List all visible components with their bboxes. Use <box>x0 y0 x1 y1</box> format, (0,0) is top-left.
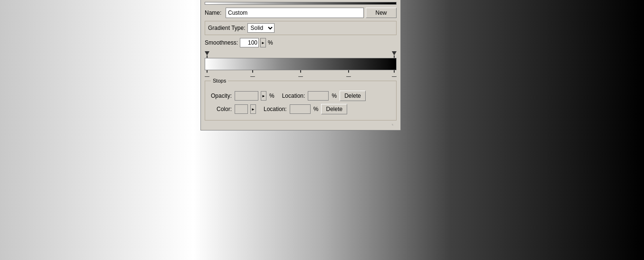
color-stepper[interactable]: ► <box>250 104 256 114</box>
opacity-stops-row <box>205 50 397 58</box>
opacity-stepper[interactable]: ► <box>261 91 266 101</box>
opacity-percent: % <box>269 93 275 99</box>
color-location-label: Location: <box>264 106 287 112</box>
smoothness-input[interactable] <box>240 38 259 47</box>
color-delete-button[interactable]: Delete <box>321 104 347 114</box>
opacity-location-percent: % <box>331 93 337 99</box>
opacity-location-input[interactable] <box>308 91 329 101</box>
opacity-location-label: Location: <box>282 93 305 99</box>
color-swatch[interactable] <box>235 104 248 114</box>
opacity-value-input[interactable] <box>235 91 258 101</box>
gradient-bar-area <box>205 50 397 79</box>
stops-legend: Stops <box>211 78 228 84</box>
smoothness-stepper[interactable]: ► <box>260 38 266 47</box>
gradient-bar[interactable] <box>205 58 397 70</box>
new-button[interactable]: New <box>366 8 397 18</box>
opacity-stop-right[interactable] <box>392 51 397 58</box>
name-input[interactable] <box>226 8 364 18</box>
stops-section: Stops Opacity: ► % Location: % Delete Co… <box>205 81 397 121</box>
resize-handle[interactable]: ⌞ <box>392 121 396 125</box>
color-label: Color: <box>209 106 232 112</box>
opacity-delete-button[interactable]: Delete <box>340 91 366 101</box>
gradient-type-select[interactable]: Solid Noise <box>247 23 275 33</box>
color-location-percent: % <box>313 106 319 112</box>
color-stop-100[interactable] <box>392 70 397 77</box>
opacity-row: Opacity: ► % Location: % Delete <box>209 91 392 101</box>
opacity-label: Opacity: <box>209 93 232 99</box>
color-stops-row <box>205 70 397 79</box>
smoothness-row: Smoothness: ► % <box>205 38 397 47</box>
dialog-footer: ⌞ <box>205 121 397 126</box>
gradient-preview-top <box>205 2 397 5</box>
name-row: Name: New <box>205 8 397 18</box>
color-stop-0[interactable] <box>205 70 209 77</box>
color-stop-75[interactable] <box>346 70 351 77</box>
opacity-stop-left[interactable] <box>205 51 209 58</box>
name-label: Name: <box>205 9 224 16</box>
gradient-type-label: Gradient Type: <box>208 25 246 31</box>
smoothness-label: Smoothness: <box>205 39 238 46</box>
color-stop-50[interactable] <box>298 70 303 77</box>
gradient-type-row: Gradient Type: Solid Noise <box>205 21 397 35</box>
color-stop-25[interactable] <box>250 70 255 77</box>
color-row: Color: ► Location: % Delete <box>209 104 392 114</box>
color-location-input[interactable] <box>290 104 311 114</box>
smoothness-percent: % <box>268 39 273 46</box>
gradient-editor-dialog: Name: New Gradient Type: Solid Noise Smo… <box>200 0 401 130</box>
